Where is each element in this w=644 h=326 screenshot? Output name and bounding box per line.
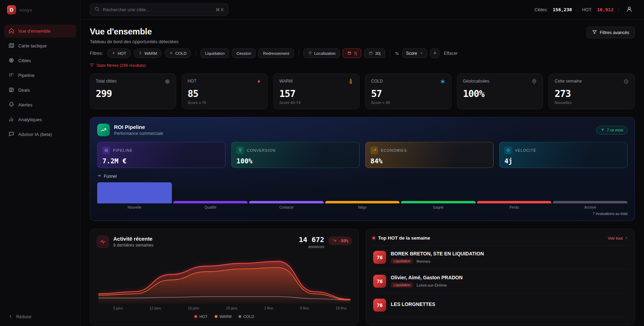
top-hot-row[interactable]: 76 BOREK BRETON, STE EN LIQUIDATION Liqu… bbox=[373, 246, 628, 269]
pipeline-icon bbox=[8, 72, 14, 79]
filter-chip-cession[interactable]: Cession bbox=[232, 48, 256, 58]
advanced-filters-button[interactable]: Filtres avancés bbox=[586, 27, 635, 38]
brand: D noxys bbox=[0, 0, 80, 20]
trophy-icon bbox=[236, 146, 244, 154]
trend-up-icon bbox=[97, 124, 110, 136]
score-badge: 76 bbox=[373, 275, 386, 288]
filter-chip-localisation[interactable]: Localisation bbox=[303, 48, 340, 58]
sprout-icon bbox=[601, 128, 605, 132]
filter-chip-liquidation[interactable]: Liquidation bbox=[201, 48, 229, 58]
brand-name: noxys bbox=[19, 7, 32, 13]
x-tick: 2 févr. bbox=[264, 306, 274, 310]
sidebar-collapse-button[interactable]: Réduire bbox=[0, 308, 80, 326]
sidebar-item-pipeline[interactable]: Pipeline bbox=[4, 69, 76, 82]
filter-chip-redressement[interactable]: Redressement bbox=[259, 48, 294, 58]
sidebar-item-label: Carte tactique bbox=[18, 43, 47, 48]
cibles-count-value: 156,238 bbox=[553, 7, 572, 12]
sidebar-item-cibles[interactable]: Cibles bbox=[4, 54, 76, 67]
flame-icon bbox=[112, 51, 116, 56]
sidebar-item-deals[interactable]: Deals bbox=[4, 84, 76, 97]
filtered-stats-text: Stats filtrées (299 résultats) bbox=[96, 63, 146, 67]
metric-label: ÉCONOMIES bbox=[381, 148, 407, 152]
sort-select[interactable]: Score bbox=[402, 48, 427, 58]
metric-label: VÉLOCITÉ bbox=[515, 148, 536, 152]
metric-label: PIPELINE bbox=[113, 148, 133, 152]
filter-chip-warm[interactable]: WARM bbox=[134, 48, 162, 58]
legend-cold: COLD bbox=[239, 314, 254, 319]
x-tick: 19 janv. bbox=[188, 306, 200, 310]
divider bbox=[196, 50, 196, 57]
activity-x-axis: 5 janv. 12 janv. 19 janv. 26 janv. 2 fév… bbox=[96, 304, 352, 310]
stat-value: 273 bbox=[555, 88, 629, 99]
activity-total-label: annonces bbox=[299, 244, 324, 249]
roi-badge-label: 7 ce mois bbox=[607, 128, 623, 132]
legend-dot-red bbox=[194, 315, 197, 318]
x-tick: 5 janv. bbox=[113, 306, 123, 310]
stat-label: HOT bbox=[188, 79, 196, 84]
sidebar-item-advisor-ia[interactable]: Advisor IA (beta) bbox=[4, 128, 76, 141]
funnel-title: Funnel bbox=[104, 174, 117, 179]
score-badge: 76 bbox=[373, 299, 386, 312]
stat-label: Total cibles bbox=[96, 79, 116, 84]
top-hot-title: Top HOT de la semaine bbox=[378, 235, 430, 241]
roi-subtitle: Performance commerciale bbox=[114, 131, 163, 136]
chip-label: Redressement bbox=[263, 51, 289, 56]
metric-conversion: CONVERSION 100% bbox=[231, 142, 360, 168]
calendar-icon bbox=[347, 51, 351, 56]
target-location: Loriol-sur-Drôme bbox=[416, 283, 447, 287]
hot-status-dot bbox=[373, 237, 375, 239]
search-box[interactable]: ⌘ K bbox=[90, 4, 228, 16]
top-hot-row[interactable]: 76 Olivier, Aimé, Gaston PRADON Liquidat… bbox=[373, 269, 628, 293]
cibles-count-label: Cibles: bbox=[535, 7, 548, 12]
x-tick: 26 janv. bbox=[226, 306, 238, 310]
funnel-icon bbox=[592, 30, 597, 35]
divider bbox=[298, 50, 299, 57]
snowflake-icon bbox=[440, 79, 445, 86]
chip-label: HOT bbox=[118, 51, 126, 56]
chat-icon bbox=[8, 131, 14, 138]
funnel-bar-nouvelle bbox=[97, 182, 172, 203]
filter-chip-cold[interactable]: COLD bbox=[165, 48, 191, 58]
filter-chip-7j[interactable]: 7j bbox=[343, 48, 361, 58]
sidebar-item-label: Pipeline bbox=[18, 73, 34, 78]
filter-chip-hot[interactable]: HOT bbox=[107, 48, 131, 58]
stat-value: 85 bbox=[188, 88, 262, 99]
legend-warm: WARM bbox=[215, 314, 232, 319]
funnel-bar-nego bbox=[325, 201, 400, 203]
activity-pulse-icon bbox=[96, 235, 109, 248]
chip-label: WARM bbox=[145, 51, 157, 56]
sidebar-item-vue-densemble[interactable]: Vue d'ensemble bbox=[4, 25, 76, 38]
filter-chip-30j[interactable]: 30j bbox=[364, 48, 385, 58]
score-badge: 76 bbox=[373, 251, 386, 264]
filtered-stats-note: Stats filtrées (299 résultats) bbox=[90, 63, 635, 68]
home-icon bbox=[8, 28, 14, 35]
hot-count-label: HOT: bbox=[582, 7, 592, 12]
stat-card-total-cibles: Total cibles 299 bbox=[90, 73, 176, 109]
funnel-label: Négo bbox=[325, 206, 400, 209]
funnel-icon bbox=[90, 63, 94, 68]
funnel-label: Nouvelle bbox=[97, 206, 172, 209]
legend-hot: HOT bbox=[194, 314, 207, 319]
top-hot-row[interactable]: 76 LES LORGNETTES bbox=[373, 293, 628, 317]
legend-label: WARM bbox=[220, 314, 232, 319]
see-all-link[interactable]: Voir tout bbox=[608, 236, 628, 241]
sidebar-item-alertes[interactable]: Alertes bbox=[4, 98, 76, 111]
sidebar-item-analytiques[interactable]: Analytiques bbox=[4, 113, 76, 126]
stat-value: 100% bbox=[463, 88, 537, 99]
legend-label: COLD bbox=[243, 314, 254, 319]
chip-label: 7j bbox=[354, 51, 357, 56]
search-shortcut: ⌘ K bbox=[216, 7, 224, 12]
chevron-down-icon bbox=[420, 51, 423, 56]
clock-icon bbox=[623, 79, 629, 86]
search-input[interactable] bbox=[103, 7, 213, 12]
clear-filters-button[interactable]: Effacer bbox=[444, 51, 457, 56]
funnel-label: Qualifié bbox=[173, 206, 248, 209]
user-menu-button[interactable] bbox=[624, 4, 635, 15]
activity-change-badge: -89% bbox=[328, 236, 352, 245]
sidebar-item-carte-tactique[interactable]: Carte tactique bbox=[4, 39, 76, 52]
user-icon bbox=[626, 6, 632, 13]
stat-card-cette-semaine: Cette semaine 273 Nouvelles bbox=[549, 73, 635, 109]
sort-direction-button[interactable] bbox=[430, 48, 440, 58]
target-name: Olivier, Aimé, Gaston PRADON bbox=[391, 275, 463, 280]
funnel-label: Gagné bbox=[401, 206, 476, 209]
